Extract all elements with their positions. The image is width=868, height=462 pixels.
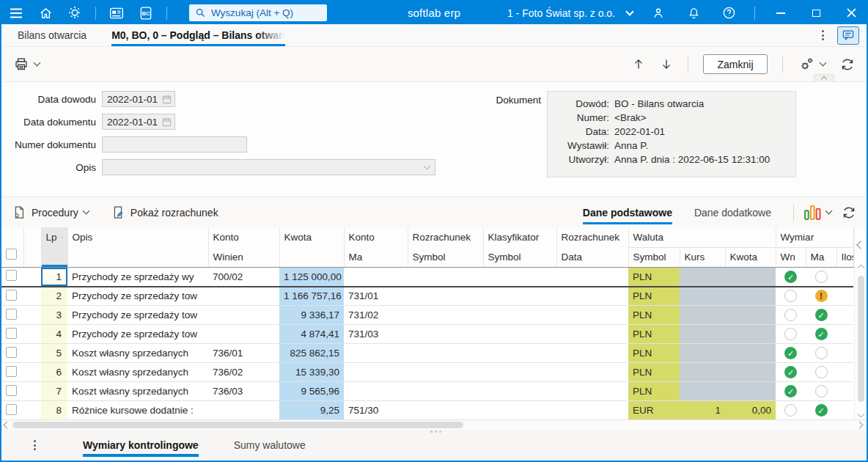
close-document-button[interactable]: Zamknij: [703, 54, 768, 74]
cell-rozrachunek-symbol[interactable]: [408, 287, 483, 306]
bottom-tab[interactable]: Sumy walutowe: [234, 430, 306, 461]
column-header-waluta-kwota[interactable]: Kwota: [725, 247, 776, 267]
cell-waluta-kurs[interactable]: [680, 268, 725, 287]
cell-wymiar-ilosc[interactable]: [836, 306, 853, 325]
cell-opis[interactable]: Przychody ze sprzedaży wy: [67, 268, 208, 287]
cell-wymiar-ilosc[interactable]: [836, 382, 853, 401]
doc-tab[interactable]: M0, BO, 0 – Podgląd – Bilans otwarcia: [111, 24, 285, 46]
cell-rozrachunek-symbol[interactable]: [408, 382, 483, 401]
cell-waluta-kurs[interactable]: [680, 325, 725, 344]
vertical-scrollbar-thumb[interactable]: [858, 276, 864, 402]
refresh-icon[interactable]: [840, 57, 855, 72]
settings-gear-icon[interactable]: [798, 56, 825, 73]
column-header-opis[interactable]: Opis: [67, 227, 208, 268]
grid-tab[interactable]: Dane dodatkowe: [694, 197, 771, 227]
bottom-more-options-icon[interactable]: [31, 437, 39, 453]
cell-klasyfikator-symbol[interactable]: [483, 363, 556, 382]
row-checkbox[interactable]: [6, 385, 17, 396]
maximize-button[interactable]: [806, 4, 825, 22]
cell-wymiar-ma[interactable]: [806, 287, 836, 306]
cell-waluta-kwota[interactable]: [725, 363, 776, 382]
cell-konto-ma[interactable]: [344, 268, 408, 287]
cell-wymiar-wn[interactable]: [776, 363, 806, 382]
column-header-waluta-symbol[interactable]: Symbol: [628, 247, 680, 267]
row-checkbox[interactable]: [6, 290, 17, 301]
cell-waluta-kwota[interactable]: [725, 325, 776, 344]
cell-waluta-kurs[interactable]: [680, 344, 725, 363]
procedures-button[interactable]: Procedury: [12, 205, 89, 220]
cell-kwota[interactable]: 9 565,96: [279, 382, 344, 401]
column-header-lp[interactable]: Lp: [41, 227, 67, 268]
cell-waluta-symbol[interactable]: PLN: [628, 287, 680, 306]
cell-waluta-symbol[interactable]: PLN: [628, 344, 680, 363]
column-header-wymiar-ilosc[interactable]: Ilość: [836, 247, 853, 267]
cell-wymiar-ma[interactable]: [806, 344, 836, 363]
cell-opis[interactable]: Przychody ze sprzedaży tow: [67, 287, 208, 306]
cell-klasyfikator-symbol[interactable]: [483, 401, 556, 420]
cell-konto-winien[interactable]: 700/02: [208, 268, 279, 287]
cell-waluta-kwota[interactable]: 0,00: [725, 401, 776, 420]
row-checkbox[interactable]: [6, 328, 17, 339]
column-header-konto-ma[interactable]: KontoMa: [344, 227, 408, 268]
cell-rozrachunek-data[interactable]: [556, 306, 628, 325]
cell-wymiar-ilosc[interactable]: [836, 268, 853, 287]
scroll-left-icon[interactable]: [4, 422, 11, 429]
cell-lp[interactable]: 5: [41, 344, 67, 363]
cell-klasyfikator-symbol[interactable]: [483, 287, 556, 306]
cell-klasyfikator-symbol[interactable]: [483, 306, 556, 325]
search-input[interactable]: Wyszukaj (Alt + Q): [189, 4, 327, 21]
row-checkbox[interactable]: [6, 366, 17, 377]
cell-wymiar-ma[interactable]: [806, 401, 836, 420]
notifications-bell-icon[interactable]: [684, 4, 703, 22]
feedback-chat-button[interactable]: [837, 26, 859, 45]
cell-rozrachunek-data[interactable]: [556, 325, 628, 344]
date-input[interactable]: 2022-01-01: [102, 91, 175, 107]
cell-waluta-kwota[interactable]: [725, 268, 776, 287]
cell-wymiar-ilosc[interactable]: [836, 344, 853, 363]
cell-rozrachunek-symbol[interactable]: [408, 363, 483, 382]
column-header-kwota[interactable]: Kwota: [279, 227, 344, 268]
cell-opis[interactable]: Różnice kursowe dodatnie :: [67, 401, 208, 420]
cell-kwota[interactable]: 15 339,30: [279, 363, 344, 382]
cell-lp[interactable]: 2: [41, 287, 67, 306]
cell-waluta-kwota[interactable]: [725, 287, 776, 306]
cell-waluta-kurs[interactable]: [680, 287, 725, 306]
column-header-waluta-kurs[interactable]: Kurs: [680, 247, 725, 267]
cell-klasyfikator-symbol[interactable]: [483, 325, 556, 344]
more-options-icon[interactable]: [819, 27, 827, 43]
cell-wymiar-ilosc[interactable]: [836, 287, 853, 306]
cell-wymiar-wn[interactable]: [776, 306, 806, 325]
cell-rozrachunek-symbol[interactable]: [408, 344, 483, 363]
cell-konto-winien[interactable]: [208, 325, 279, 344]
cell-rozrachunek-data[interactable]: [556, 401, 628, 420]
cell-kwota[interactable]: 9,25: [279, 401, 344, 420]
scroll-down-icon[interactable]: [857, 411, 864, 418]
cell-wymiar-wn[interactable]: [776, 325, 806, 344]
scroll-up-icon[interactable]: [857, 265, 864, 272]
cell-konto-winien[interactable]: 736/02: [208, 363, 279, 382]
column-header-wymiar-ma[interactable]: Ma: [806, 247, 836, 267]
cell-wymiar-ilosc[interactable]: [836, 401, 853, 420]
cell-lp[interactable]: 7: [41, 382, 67, 401]
cell-waluta-kwota[interactable]: [725, 344, 776, 363]
opis-select[interactable]: [102, 159, 435, 175]
bottom-tab[interactable]: Wymiary kontrolingowe: [83, 430, 199, 461]
cell-konto-ma[interactable]: 731/03: [344, 325, 408, 344]
cell-rozrachunek-data[interactable]: [556, 287, 628, 306]
cell-rozrachunek-symbol[interactable]: [408, 268, 483, 287]
column-header-wymiar-wn[interactable]: Wn: [776, 247, 806, 267]
collapse-panel-chevron-icon[interactable]: [856, 241, 864, 249]
cell-waluta-symbol[interactable]: PLN: [628, 363, 680, 382]
cell-lp[interactable]: 6: [41, 363, 67, 382]
hamburger-menu-icon[interactable]: [7, 4, 25, 22]
cell-konto-ma[interactable]: [344, 344, 408, 363]
cell-kwota[interactable]: 4 874,41: [279, 325, 344, 344]
cell-klasyfikator-symbol[interactable]: [483, 268, 556, 287]
cell-waluta-symbol[interactable]: PLN: [628, 306, 680, 325]
cell-konto-ma[interactable]: [344, 382, 408, 401]
cell-klasyfikator-symbol[interactable]: [483, 344, 556, 363]
cell-rozrachunek-symbol[interactable]: [408, 401, 483, 420]
cell-lp[interactable]: 1: [41, 268, 67, 287]
cell-waluta-symbol[interactable]: PLN: [628, 325, 680, 344]
cell-konto-ma[interactable]: 731/02: [344, 306, 408, 325]
